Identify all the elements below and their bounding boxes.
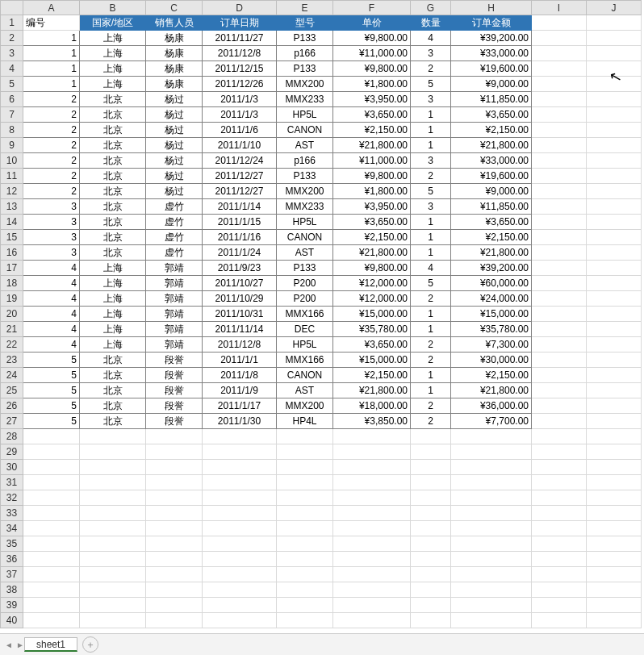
- cell-C35[interactable]: [146, 536, 203, 552]
- cell-F18[interactable]: ¥12,000.00: [333, 276, 411, 291]
- cell-J27[interactable]: [587, 414, 642, 429]
- cell-E15[interactable]: CANON: [277, 230, 333, 245]
- cell-I34[interactable]: [532, 521, 587, 536]
- cell-A31[interactable]: [23, 475, 80, 490]
- cell-A6[interactable]: 2: [23, 92, 80, 107]
- cell-B39[interactable]: [80, 598, 146, 613]
- cell-G6[interactable]: 3: [411, 92, 451, 107]
- cell-I2[interactable]: [532, 31, 587, 46]
- cell-D24[interactable]: 2011/1/8: [203, 368, 277, 383]
- cell-B6[interactable]: 北京: [80, 92, 146, 107]
- cell-G2[interactable]: 4: [411, 31, 451, 46]
- cell-F37[interactable]: [333, 567, 411, 582]
- cell-J21[interactable]: [587, 322, 642, 337]
- cell-J1[interactable]: [587, 15, 642, 31]
- cell-E16[interactable]: AST: [277, 245, 333, 261]
- cell-H29[interactable]: [451, 444, 532, 460]
- cell-D39[interactable]: [203, 598, 277, 613]
- cell-A2[interactable]: 1: [23, 31, 80, 46]
- cell-B16[interactable]: 北京: [80, 245, 146, 261]
- cell-F30[interactable]: [333, 460, 411, 475]
- cell-J22[interactable]: [587, 337, 642, 353]
- cell-J3[interactable]: [587, 46, 642, 61]
- cell-G15[interactable]: 1: [411, 230, 451, 245]
- cell-H35[interactable]: [451, 536, 532, 552]
- cell-F33[interactable]: [333, 506, 411, 521]
- cell-A3[interactable]: 1: [23, 46, 80, 61]
- cell-C20[interactable]: 郭靖: [146, 307, 203, 322]
- cell-F19[interactable]: ¥12,000.00: [333, 291, 411, 307]
- cell-E1[interactable]: 型号: [277, 15, 333, 31]
- cell-I10[interactable]: [532, 153, 587, 169]
- row-header[interactable]: 5: [1, 77, 23, 92]
- cell-D36[interactable]: [203, 552, 277, 567]
- cell-A4[interactable]: 1: [23, 61, 80, 77]
- cell-B10[interactable]: 北京: [80, 153, 146, 169]
- cell-E20[interactable]: MMX166: [277, 307, 333, 322]
- row-header[interactable]: 16: [1, 245, 23, 261]
- cell-I32[interactable]: [532, 490, 587, 506]
- cell-I22[interactable]: [532, 337, 587, 353]
- cell-D12[interactable]: 2011/12/27: [203, 184, 277, 199]
- cell-B1[interactable]: 国家/地区: [80, 15, 146, 31]
- cell-D5[interactable]: 2011/12/26: [203, 77, 277, 92]
- cell-J26[interactable]: [587, 398, 642, 414]
- cell-A28[interactable]: [23, 429, 80, 444]
- cell-I20[interactable]: [532, 307, 587, 322]
- cell-I9[interactable]: [532, 138, 587, 153]
- cell-G14[interactable]: 1: [411, 215, 451, 230]
- cell-I8[interactable]: [532, 123, 587, 138]
- cell-A26[interactable]: 5: [23, 398, 80, 414]
- cell-B30[interactable]: [80, 460, 146, 475]
- cell-C36[interactable]: [146, 552, 203, 567]
- cell-B29[interactable]: [80, 444, 146, 460]
- cell-F6[interactable]: ¥3,950.00: [333, 92, 411, 107]
- cell-I4[interactable]: [532, 61, 587, 77]
- cell-A40[interactable]: [23, 613, 80, 628]
- cell-G19[interactable]: 2: [411, 291, 451, 307]
- cell-C18[interactable]: 郭靖: [146, 276, 203, 291]
- row-header[interactable]: 25: [1, 383, 23, 398]
- cell-E31[interactable]: [277, 475, 333, 490]
- cell-G17[interactable]: 4: [411, 261, 451, 276]
- cell-D11[interactable]: 2011/12/27: [203, 169, 277, 184]
- cell-F13[interactable]: ¥3,950.00: [333, 199, 411, 215]
- cell-E25[interactable]: AST: [277, 383, 333, 398]
- cell-E6[interactable]: MMX233: [277, 92, 333, 107]
- cell-F24[interactable]: ¥2,150.00: [333, 368, 411, 383]
- cell-J15[interactable]: [587, 230, 642, 245]
- cell-J9[interactable]: [587, 138, 642, 153]
- cell-A22[interactable]: 4: [23, 337, 80, 353]
- cell-H18[interactable]: ¥60,000.00: [451, 276, 532, 291]
- cell-B33[interactable]: [80, 506, 146, 521]
- cell-C21[interactable]: 郭靖: [146, 322, 203, 337]
- cell-J25[interactable]: [587, 383, 642, 398]
- cell-A33[interactable]: [23, 506, 80, 521]
- cell-H2[interactable]: ¥39,200.00: [451, 31, 532, 46]
- cell-E22[interactable]: HP5L: [277, 337, 333, 353]
- cell-A15[interactable]: 3: [23, 230, 80, 245]
- cell-G26[interactable]: 2: [411, 398, 451, 414]
- cell-C1[interactable]: 销售人员: [146, 15, 203, 31]
- cell-F9[interactable]: ¥21,800.00: [333, 138, 411, 153]
- cell-E7[interactable]: HP5L: [277, 107, 333, 123]
- cell-C12[interactable]: 杨过: [146, 184, 203, 199]
- cell-H31[interactable]: [451, 475, 532, 490]
- cell-D31[interactable]: [203, 475, 277, 490]
- cell-G22[interactable]: 2: [411, 337, 451, 353]
- column-header-D[interactable]: D: [203, 1, 277, 15]
- cell-J16[interactable]: [587, 245, 642, 261]
- cell-F7[interactable]: ¥3,650.00: [333, 107, 411, 123]
- cell-A27[interactable]: 5: [23, 414, 80, 429]
- cell-H22[interactable]: ¥7,300.00: [451, 337, 532, 353]
- cell-E4[interactable]: P133: [277, 61, 333, 77]
- cell-E8[interactable]: CANON: [277, 123, 333, 138]
- cell-B17[interactable]: 上海: [80, 261, 146, 276]
- cell-B31[interactable]: [80, 475, 146, 490]
- cell-F20[interactable]: ¥15,000.00: [333, 307, 411, 322]
- cell-C6[interactable]: 杨过: [146, 92, 203, 107]
- cell-G38[interactable]: [411, 582, 451, 598]
- cell-H4[interactable]: ¥19,600.00: [451, 61, 532, 77]
- cell-D28[interactable]: [203, 429, 277, 444]
- cell-A21[interactable]: 4: [23, 322, 80, 337]
